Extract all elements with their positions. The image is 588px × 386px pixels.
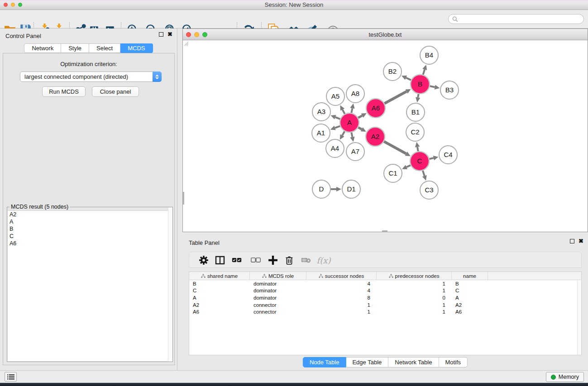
graph-edge-A6-B[interactable] <box>384 91 406 103</box>
table-options-button[interactable] <box>197 253 210 267</box>
tab-network[interactable]: Network <box>24 43 61 53</box>
trash-icon <box>284 255 294 265</box>
graph-edge-B-B1[interactable] <box>418 94 418 98</box>
zoom-window-button[interactable] <box>18 3 22 7</box>
minimize-window-button[interactable] <box>11 3 15 7</box>
float-panel-icon[interactable] <box>159 32 163 37</box>
hierarchy-icon <box>201 274 206 278</box>
graph-edge-A-A8[interactable] <box>351 108 352 113</box>
close-window-button[interactable] <box>4 3 8 7</box>
memory-status-icon <box>551 375 556 380</box>
table-row[interactable]: A6connector11A6 <box>189 308 581 315</box>
graph-node-label: B4 <box>425 51 433 59</box>
table-row[interactable]: Adominator80A <box>189 294 581 301</box>
graph-edge-A-A7[interactable] <box>351 133 352 137</box>
graph-edge-B-B4[interactable] <box>423 69 425 75</box>
network-zoom-button[interactable] <box>202 32 207 37</box>
close-panel-icon[interactable]: ✖ <box>167 32 172 37</box>
edge-arrowhead <box>435 85 440 89</box>
search-icon <box>452 16 458 22</box>
add-row-button[interactable] <box>266 253 280 267</box>
close-table-panel-icon[interactable]: ✖ <box>578 239 583 243</box>
table-cell: B <box>452 281 488 286</box>
network-vscroll-thumb[interactable] <box>183 192 184 205</box>
graph-edge-C-C2[interactable] <box>417 147 418 152</box>
tab-node-table[interactable]: Node Table <box>303 357 346 367</box>
result-list-scrollbar[interactable] <box>168 207 172 362</box>
graph-edge-B-B3[interactable] <box>430 86 435 87</box>
mcds-result-item[interactable]: A6 <box>8 240 172 247</box>
graph-node-label: A <box>347 119 352 126</box>
table-row[interactable]: Cdominator41C <box>189 287 581 295</box>
network-canvas[interactable]: AA1A2A3A4A5A6A7A8BB1B2B3B4CC1C2C3C4DD1 <box>183 40 588 232</box>
tab-style[interactable]: Style <box>61 43 89 53</box>
table-row[interactable]: A2connector11A2 <box>189 301 581 309</box>
table-cell: dominator <box>250 295 306 300</box>
edge-arrowhead <box>350 104 354 109</box>
table-cell: 4 <box>306 288 377 293</box>
show-columns-button[interactable] <box>213 253 227 267</box>
column-header-shared-name[interactable]: shared name <box>189 272 250 280</box>
table-row[interactable]: Bdominator41B <box>189 280 581 287</box>
mcds-result-item[interactable]: A <box>8 218 172 225</box>
column-header-predecessor-nodes[interactable]: predecessor nodes <box>377 272 452 280</box>
column-header-successor-nodes[interactable]: successor nodes <box>306 272 377 280</box>
graph-edge-A-A6[interactable] <box>358 115 362 118</box>
column-header-name[interactable]: name <box>452 272 488 280</box>
deselect-all-button[interactable] <box>249 253 263 267</box>
select-all-button[interactable] <box>230 253 244 267</box>
delete-table-button[interactable] <box>299 253 313 267</box>
table-cell: A <box>189 295 250 300</box>
resize-grip-icon[interactable] <box>183 40 188 46</box>
tab-network-table[interactable]: Network Table <box>388 357 439 367</box>
table-cell: dominator <box>250 281 306 286</box>
graph-edge-A-A1[interactable] <box>335 126 340 128</box>
mcds-result-title: MCDS result (5 nodes) <box>10 204 70 210</box>
graph-edge-A-A2[interactable] <box>358 128 362 129</box>
float-table-panel-icon[interactable] <box>570 239 574 243</box>
graph-edge-C-C1[interactable] <box>406 165 411 167</box>
mcds-result-list[interactable]: A2ABCA6 <box>8 210 172 361</box>
network-close-button[interactable] <box>186 32 191 37</box>
memory-button[interactable]: Memory <box>546 372 584 382</box>
hierarchy-icon <box>319 274 323 278</box>
run-mcds-button[interactable]: Run MCDS <box>42 86 86 97</box>
network-window-titlebar[interactable]: testGlobe.txt <box>183 29 588 40</box>
graph-edge-A-A5[interactable] <box>343 110 345 114</box>
table-cell: C <box>452 288 488 293</box>
tab-select[interactable]: Select <box>89 43 120 53</box>
edge-arrowhead <box>330 126 336 130</box>
table-cell: 4 <box>306 281 377 286</box>
mcds-result-item[interactable]: A2 <box>8 211 172 218</box>
graph-edge-A-A3[interactable] <box>335 117 340 119</box>
graph-edge-C-C4[interactable] <box>429 158 433 159</box>
tab-edge-table[interactable]: Edge Table <box>346 357 388 367</box>
column-header-MCDS-role[interactable]: MCDS role <box>250 272 306 280</box>
network-hscroll-thumb[interactable] <box>382 230 387 232</box>
network-canvas-svg[interactable]: AA1A2A3A4A5A6A7A8BB1B2B3B4CC1C2C3C4DD1 <box>183 40 588 232</box>
node-table[interactable]: shared nameMCDS rolesuccessor nodesprede… <box>189 272 582 355</box>
close-panel-button[interactable]: Close panel <box>92 86 139 97</box>
function-builder-button[interactable]: f(x) <box>317 253 330 267</box>
table-cell: 1 <box>377 281 452 286</box>
plus-icon <box>268 255 278 265</box>
graph-edge-B-B2[interactable] <box>406 78 411 80</box>
task-history-button[interactable] <box>5 372 17 381</box>
mcds-result-item[interactable]: C <box>8 233 172 240</box>
search-input[interactable] <box>460 16 583 22</box>
graph-edge-C-C3[interactable] <box>423 171 425 176</box>
mcds-tab-content: Optimization criterion: largest connecte… <box>3 53 175 365</box>
window-titlebar: Session: New Session <box>0 0 588 10</box>
search-field[interactable] <box>448 14 584 24</box>
criterion-select[interactable]: largest connected component (directed) <box>20 71 162 82</box>
delete-table-icon <box>301 255 311 265</box>
tab-mcds[interactable]: MCDS <box>120 43 153 53</box>
table-scrollbar[interactable] <box>577 281 581 355</box>
tab-motifs[interactable]: Motifs <box>439 357 468 367</box>
network-minimize-button[interactable] <box>194 32 199 37</box>
mcds-result-item[interactable]: B <box>8 225 172 233</box>
graph-edge-A-A4[interactable] <box>342 131 344 135</box>
graph-edge-A2-C[interactable] <box>384 142 406 154</box>
delete-rows-button[interactable] <box>282 253 296 267</box>
table-header: shared nameMCDS rolesuccessor nodesprede… <box>189 272 581 280</box>
